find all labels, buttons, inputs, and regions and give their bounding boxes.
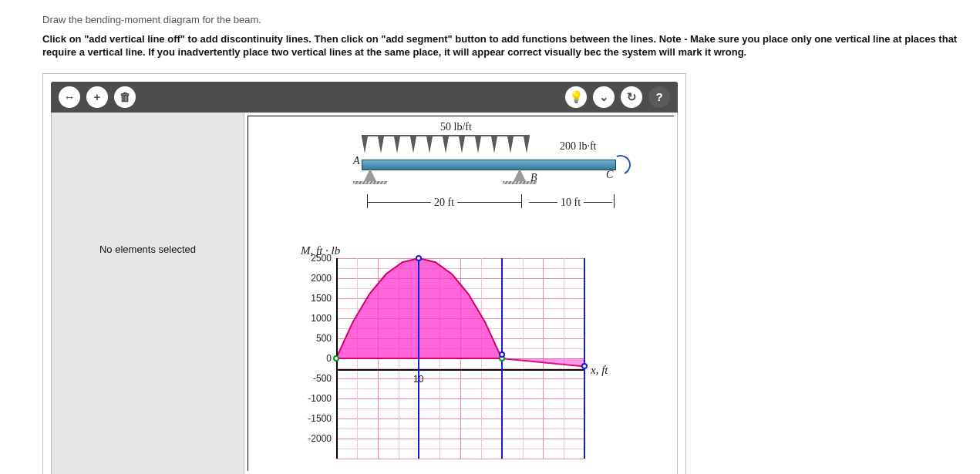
endpoint-handle[interactable] xyxy=(499,351,505,358)
y-tick: 2500 xyxy=(301,253,332,264)
y-tick: -1000 xyxy=(301,393,332,404)
dropdown-button[interactable]: ⌄ xyxy=(593,86,615,108)
dim-20ft: 20 ft xyxy=(367,202,521,203)
y-tick: 1000 xyxy=(301,313,332,324)
moment-chart[interactable]: M, ft · lb x, ft 25002000150010005000-50… xyxy=(267,244,671,460)
y-tick: -500 xyxy=(301,373,332,384)
distributed-load-label: 50 lb/ft xyxy=(440,121,472,133)
add-button[interactable]: + xyxy=(86,86,108,108)
endpoint-handle[interactable] xyxy=(416,255,422,261)
reset-button[interactable]: ↻ xyxy=(621,86,642,108)
support-b-icon xyxy=(514,169,526,181)
hint-button[interactable]: 💡 xyxy=(565,86,587,108)
y-tick: -2000 xyxy=(301,433,332,444)
distributed-load-arrows xyxy=(362,135,530,158)
delete-button[interactable]: 🗑 xyxy=(114,86,136,108)
ground-a xyxy=(353,181,387,184)
move-tool-button[interactable]: ↔ xyxy=(59,86,80,108)
y-tick: 0 xyxy=(301,353,332,364)
beam-bar xyxy=(362,160,616,170)
help-button[interactable]: ? xyxy=(648,86,670,108)
x-axis-title: x, ft xyxy=(591,364,608,377)
dim-10ft: 10 ft xyxy=(529,202,612,203)
instruction-note: Click on "add vertical line off" to add … xyxy=(42,33,980,59)
endpoint-handle[interactable] xyxy=(333,355,339,361)
instruction-draw: Draw the bending-moment diagram for the … xyxy=(42,14,980,25)
vertical-line[interactable] xyxy=(584,258,585,459)
graph-widget: ↔ + 🗑 💡 ⌄ ↻ ? No elements selected 50 lb… xyxy=(42,73,686,474)
beam-diagram: 50 lb/ft 200 lb·ft A B C xyxy=(298,121,625,244)
y-tick: 500 xyxy=(301,333,332,344)
y-tick: 1500 xyxy=(301,293,332,304)
ground-b xyxy=(503,181,537,184)
y-tick: -1500 xyxy=(301,413,332,424)
endpoint-handle[interactable] xyxy=(581,363,588,369)
point-a-label: A xyxy=(353,155,360,167)
sidebar-placeholder: No elements selected xyxy=(99,244,196,255)
canvas[interactable]: 50 lb/ft 200 lb·ft A B C xyxy=(244,113,677,474)
y-tick: 2000 xyxy=(301,273,332,284)
moment-label: 200 lb·ft xyxy=(560,140,596,153)
selection-sidebar: No elements selected xyxy=(52,113,244,474)
toolbar: ↔ + 🗑 💡 ⌄ ↻ ? xyxy=(51,82,678,113)
vertical-line[interactable] xyxy=(418,258,419,459)
support-a-icon xyxy=(364,169,376,181)
x-axis xyxy=(336,369,584,371)
